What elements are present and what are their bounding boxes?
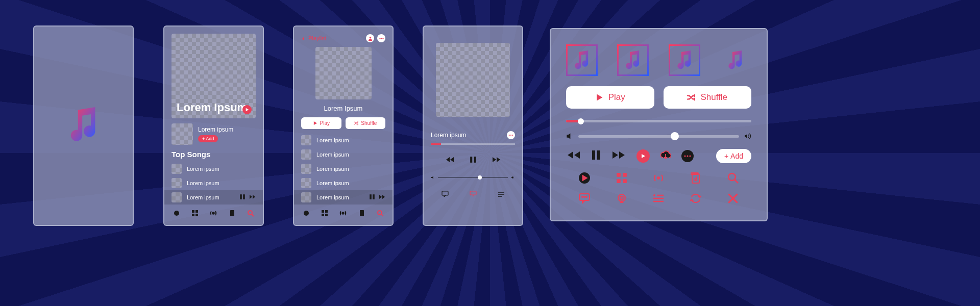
music-note-icon <box>68 107 99 145</box>
queue-icon[interactable] <box>498 190 505 199</box>
more-chip-icon[interactable] <box>377 34 385 42</box>
tab-now-playing-icon[interactable] <box>173 210 180 219</box>
svg-rect-3 <box>192 210 194 213</box>
playlist-song-active[interactable]: Lorem ipsum <box>294 190 393 205</box>
svg-rect-20 <box>322 214 324 216</box>
pause-button-large[interactable] <box>592 150 601 162</box>
app-icon-rounded <box>617 44 649 76</box>
song-row[interactable]: Lorem ipsum <box>164 176 263 190</box>
svg-rect-6 <box>195 214 198 216</box>
svg-point-2 <box>174 211 179 216</box>
svg-rect-29 <box>470 157 472 163</box>
svg-point-7 <box>212 212 214 214</box>
svg-point-39 <box>687 155 688 157</box>
svg-point-51 <box>582 196 583 197</box>
tab-search-icon[interactable] <box>247 210 254 219</box>
artist-name: Lorem ipsum <box>198 126 233 133</box>
forward-button[interactable] <box>611 150 626 162</box>
song-title: Lorem ipsum <box>316 137 349 143</box>
add-pill-button[interactable]: +Add <box>716 149 751 163</box>
download-cloud-icon[interactable] <box>660 150 671 162</box>
play-circle-button[interactable] <box>636 149 650 163</box>
tab-library-icon[interactable] <box>358 210 365 219</box>
svg-rect-31 <box>442 191 448 195</box>
tab-now-playing-icon[interactable] <box>303 210 310 219</box>
airplay-large-icon[interactable] <box>616 193 627 204</box>
svg-rect-1 <box>243 194 245 199</box>
next-icon[interactable] <box>379 194 385 201</box>
song-row[interactable]: Lorem ipsum <box>164 162 263 176</box>
svg-rect-8 <box>230 210 234 216</box>
repeat-icon[interactable] <box>690 193 701 204</box>
shuffle-pill-button[interactable]: Shuffle <box>664 86 752 109</box>
broadcast-icon[interactable] <box>653 172 664 184</box>
svg-point-12 <box>379 38 380 39</box>
volume-low-icon <box>566 133 573 140</box>
svg-rect-4 <box>195 210 198 213</box>
svg-point-38 <box>684 155 685 157</box>
grid-icon[interactable] <box>616 172 627 184</box>
playlist-title: Lorem Ipsum <box>294 105 393 112</box>
rewind-button[interactable] <box>566 150 581 162</box>
lyrics-icon[interactable] <box>442 190 449 199</box>
artist-screen: Lorem Ipsum Lorem ipsum + Add Top Songs … <box>163 26 264 226</box>
play-pill-button[interactable]: Play <box>566 86 654 109</box>
pause-icon[interactable] <box>239 194 246 201</box>
song-row-active[interactable]: Lorem ipsum <box>164 190 263 205</box>
pause-button[interactable] <box>469 156 478 165</box>
back-label[interactable]: Playlist <box>308 35 326 41</box>
svg-line-10 <box>252 214 254 216</box>
song-thumb <box>172 192 182 202</box>
progress-bar[interactable] <box>431 143 515 145</box>
tab-browse-icon[interactable] <box>321 210 328 219</box>
app-icon-circle <box>669 44 700 76</box>
play-badge-icon[interactable] <box>579 172 590 184</box>
svg-point-24 <box>378 211 382 215</box>
svg-rect-18 <box>322 210 324 213</box>
playlist-song[interactable]: Lorem ipsum <box>294 147 393 162</box>
playlist-song[interactable]: Lorem ipsum <box>294 176 393 190</box>
profile-chip-icon[interactable] <box>366 34 374 42</box>
search-icon[interactable] <box>727 172 739 184</box>
hero-play-button[interactable] <box>242 105 252 114</box>
svg-point-17 <box>304 211 309 216</box>
svg-rect-5 <box>192 214 194 216</box>
now-playing-title: Lorem ipsum <box>431 132 466 139</box>
playlist-song[interactable]: Lorem ipsum <box>294 133 393 147</box>
more-options-button[interactable] <box>507 131 515 139</box>
pause-icon[interactable] <box>369 194 375 201</box>
queue-large-icon[interactable] <box>653 193 664 204</box>
volume-slider[interactable] <box>431 175 515 180</box>
svg-rect-19 <box>325 210 328 213</box>
next-icon[interactable] <box>250 194 256 201</box>
tab-search-icon[interactable] <box>377 210 384 219</box>
tab-browse-icon[interactable] <box>191 210 199 219</box>
volume-slider-large[interactable] <box>566 133 751 140</box>
comment-icon[interactable] <box>579 193 590 204</box>
artist-hero-title: Lorem Ipsum <box>177 101 247 113</box>
airplay-icon[interactable] <box>470 190 477 199</box>
svg-point-59 <box>653 194 655 196</box>
playlist-screen: Playlist Lorem Ipsum Play Shuffle Lorem … <box>293 26 394 226</box>
playlist-song[interactable]: Lorem ipsum <box>294 162 393 176</box>
svg-point-13 <box>381 38 382 39</box>
tab-radio-icon[interactable] <box>210 210 217 219</box>
tab-radio-icon[interactable] <box>339 210 347 219</box>
progress-slider[interactable] <box>566 120 751 122</box>
back-chevron-icon[interactable] <box>301 34 305 43</box>
volume-high-icon <box>744 133 751 140</box>
library-icon[interactable] <box>690 172 701 184</box>
tab-library-icon[interactable] <box>229 210 236 219</box>
more-circle-button[interactable] <box>681 150 694 162</box>
close-icon[interactable] <box>727 193 739 204</box>
app-icon-plain <box>720 44 751 76</box>
shuffle-button[interactable]: Shuffle <box>346 117 386 129</box>
svg-rect-37 <box>597 150 600 160</box>
next-button[interactable] <box>492 156 501 165</box>
previous-button[interactable] <box>445 156 454 165</box>
song-thumb <box>172 164 182 174</box>
play-button[interactable]: Play <box>301 117 341 129</box>
song-title: Lorem ipsum <box>187 166 219 172</box>
add-artist-button[interactable]: + Add <box>198 135 218 142</box>
song-thumb <box>301 135 311 145</box>
